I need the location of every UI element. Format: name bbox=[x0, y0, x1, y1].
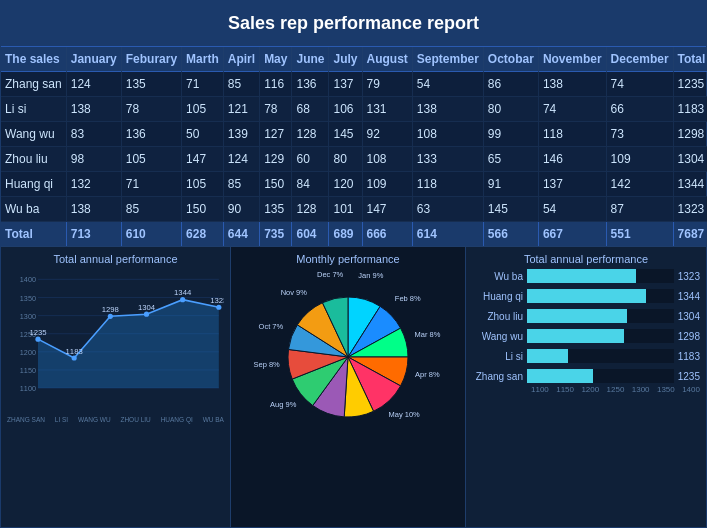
svg-text:Mar 8%: Mar 8% bbox=[415, 330, 441, 339]
table-cell: 128 bbox=[292, 122, 329, 147]
bar-track bbox=[527, 369, 674, 383]
table-cell: 128 bbox=[292, 197, 329, 222]
svg-text:Aug 9%: Aug 9% bbox=[270, 400, 297, 409]
svg-point-18 bbox=[108, 314, 113, 319]
svg-text:1235: 1235 bbox=[29, 328, 46, 337]
table-cell: 105 bbox=[121, 147, 181, 172]
table-cell: 101 bbox=[329, 197, 362, 222]
bar-row: Wang wu1298 bbox=[472, 329, 700, 343]
table-cell: 109 bbox=[362, 172, 412, 197]
chart-middle: Monthly performance Jan 9%Feb 8%Mar 8%Ap… bbox=[231, 247, 466, 527]
line-x-label: WANG WU bbox=[78, 416, 111, 423]
table-row: Wang wu831365013912712814592108991187312… bbox=[1, 122, 707, 147]
table-footer-cell: 604 bbox=[292, 222, 329, 247]
table-header-cell: Apirl bbox=[223, 47, 259, 72]
table-footer-cell: 644 bbox=[223, 222, 259, 247]
svg-text:1304: 1304 bbox=[138, 303, 156, 312]
table-footer-cell: 666 bbox=[362, 222, 412, 247]
chart-left: Total annual performance 140013501300125… bbox=[1, 247, 231, 527]
table-row: Zhang san1241357185116136137795486138741… bbox=[1, 72, 707, 97]
bar-x-labels: 1100115012001250130013501400 bbox=[472, 385, 700, 394]
svg-text:1100: 1100 bbox=[20, 384, 36, 393]
table-footer-cell: 614 bbox=[412, 222, 483, 247]
table-cell: 80 bbox=[483, 97, 538, 122]
table-header-cell: June bbox=[292, 47, 329, 72]
bar-fill bbox=[527, 309, 627, 323]
bar-row: Li si1183 bbox=[472, 349, 700, 363]
table-cell: 136 bbox=[121, 122, 181, 147]
table-cell-name: Zhang san bbox=[1, 72, 66, 97]
svg-text:1300: 1300 bbox=[20, 312, 36, 321]
bar-label: Wu ba bbox=[472, 271, 527, 282]
bar-row: Huang qi1344 bbox=[472, 289, 700, 303]
line-chart-svg: 1400135013001250120011501100123511831298… bbox=[7, 269, 224, 414]
table-cell: 87 bbox=[606, 197, 673, 222]
svg-text:1183: 1183 bbox=[66, 347, 83, 356]
table-row: Li si1387810512178681061311388074661183 bbox=[1, 97, 707, 122]
table-cell: 137 bbox=[329, 72, 362, 97]
bar-chart-container: Wu ba1323Huang qi1344Zhou liu1304Wang wu… bbox=[472, 269, 700, 383]
bar-value-label: 1323 bbox=[678, 271, 700, 282]
table-cell: 54 bbox=[538, 197, 606, 222]
table-cell: 60 bbox=[292, 147, 329, 172]
table-cell: 92 bbox=[362, 122, 412, 147]
line-x-label: ZHOU LIU bbox=[120, 416, 150, 423]
table-footer-cell: 735 bbox=[260, 222, 292, 247]
table-header-cell: July bbox=[329, 47, 362, 72]
chart-middle-title: Monthly performance bbox=[296, 253, 399, 265]
bar-track bbox=[527, 349, 674, 363]
bar-row: Wu ba1323 bbox=[472, 269, 700, 283]
table-row: Huang qi13271105851508412010911891137142… bbox=[1, 172, 707, 197]
table-header-cell: January bbox=[66, 47, 121, 72]
table-header-cell: August bbox=[362, 47, 412, 72]
bar-fill bbox=[527, 269, 636, 283]
table-header-cell: Octobar bbox=[483, 47, 538, 72]
chart-right: Total annual performance Wu ba1323Huang … bbox=[466, 247, 706, 527]
svg-text:1350: 1350 bbox=[20, 294, 36, 303]
svg-text:1400: 1400 bbox=[20, 275, 36, 284]
data-table: The salesJanuaryFeburaryMarthApirlMayJun… bbox=[1, 47, 707, 246]
line-x-label: HUANG QI bbox=[161, 416, 193, 423]
table-cell: 142 bbox=[606, 172, 673, 197]
table-footer-cell: 713 bbox=[66, 222, 121, 247]
table-cell: 98 bbox=[66, 147, 121, 172]
table-cell-name: Zhou liu bbox=[1, 147, 66, 172]
bar-x-label: 1400 bbox=[682, 385, 700, 394]
table-footer-cell: 566 bbox=[483, 222, 538, 247]
bar-track bbox=[527, 309, 674, 323]
table-footer-cell: 610 bbox=[121, 222, 181, 247]
table-cell: 90 bbox=[223, 197, 259, 222]
table-cell: 132 bbox=[66, 172, 121, 197]
table-cell: 85 bbox=[223, 72, 259, 97]
table-cell: 85 bbox=[121, 197, 181, 222]
table-cell: 124 bbox=[223, 147, 259, 172]
table-cell: 108 bbox=[412, 122, 483, 147]
bar-label: Huang qi bbox=[472, 291, 527, 302]
svg-text:Feb 8%: Feb 8% bbox=[395, 294, 421, 303]
table-cell: 86 bbox=[483, 72, 538, 97]
table-footer-cell: 667 bbox=[538, 222, 606, 247]
table-cell: 108 bbox=[362, 147, 412, 172]
table-header-cell: December bbox=[606, 47, 673, 72]
table-footer-cell: 7687 bbox=[673, 222, 707, 247]
table-cell: 54 bbox=[412, 72, 483, 97]
table-cell: 83 bbox=[66, 122, 121, 147]
table-cell: 133 bbox=[412, 147, 483, 172]
svg-point-24 bbox=[216, 305, 221, 310]
table-cell-name: Huang qi bbox=[1, 172, 66, 197]
table-cell: 65 bbox=[483, 147, 538, 172]
bar-value-label: 1183 bbox=[678, 351, 700, 362]
table-header-cell: Marth bbox=[182, 47, 224, 72]
table-cell: 146 bbox=[538, 147, 606, 172]
bar-fill bbox=[527, 349, 568, 363]
bar-fill bbox=[527, 329, 624, 343]
table-cell: 68 bbox=[292, 97, 329, 122]
table-row: Wu ba13885150901351281011476314554871323 bbox=[1, 197, 707, 222]
table-cell: 71 bbox=[182, 72, 224, 97]
table-cell: 109 bbox=[606, 147, 673, 172]
bar-x-label: 1300 bbox=[632, 385, 650, 394]
bar-fill bbox=[527, 289, 646, 303]
table-cell: 138 bbox=[66, 97, 121, 122]
bar-value-label: 1298 bbox=[678, 331, 700, 342]
bar-x-label: 1100 bbox=[531, 385, 549, 394]
